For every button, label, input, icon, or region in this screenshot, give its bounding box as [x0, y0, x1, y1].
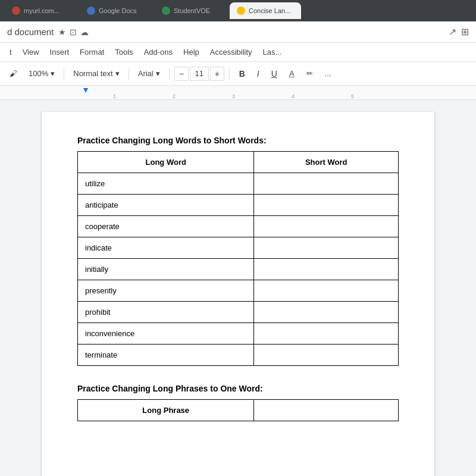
long-word-cell[interactable]: presently — [78, 280, 254, 302]
document-area: Practice Changing Long Words to Short Wo… — [0, 100, 476, 476]
tab-label-2: Google Docs — [99, 7, 137, 14]
table-row: anticipate — [78, 195, 399, 216]
long-word-cell[interactable]: inconvenience — [78, 323, 254, 345]
table-row: utilize — [78, 173, 399, 195]
long-to-short-table: Long Word Short Word utilize anticipate … — [77, 151, 399, 366]
long-word-cell[interactable]: indicate — [78, 237, 254, 259]
tab-favicon-2 — [87, 7, 95, 15]
tab-label-1: myurl.com... — [24, 7, 60, 14]
separator-1 — [64, 68, 64, 80]
underline-button[interactable]: U — [267, 65, 282, 82]
menu-item-view[interactable]: View — [18, 45, 44, 59]
menu-item-help[interactable]: Help — [178, 45, 204, 59]
text-color-label: A — [289, 69, 295, 78]
menu-item-addons[interactable]: Add-ons — [139, 45, 177, 59]
table2-header-row: Long Phrase — [78, 400, 399, 421]
zoom-selector[interactable]: 100% ▾ — [24, 65, 59, 82]
menu-item-format[interactable]: Format — [75, 45, 109, 59]
ruler-tick-2: 2 — [173, 93, 176, 99]
table-row: inconvenience — [78, 323, 399, 345]
table1-col2-header: Short Word — [254, 152, 399, 173]
long-word-cell[interactable]: prohibit — [78, 302, 254, 323]
zoom-label: 100% — [29, 69, 48, 78]
menu-item-last[interactable]: Las... — [258, 45, 287, 59]
font-dropdown-icon: ▾ — [156, 69, 160, 78]
star-icon[interactable]: ★ — [58, 27, 66, 37]
table2-col2-header — [254, 400, 399, 421]
underline-label: U — [271, 69, 277, 79]
font-selector[interactable]: Arial ▾ — [134, 65, 164, 82]
bold-button[interactable]: B — [234, 65, 250, 82]
separator-3 — [169, 68, 170, 80]
menu-item-insert[interactable]: Insert — [45, 45, 74, 59]
folder-icon[interactable]: ⊡ — [70, 27, 77, 37]
table-row: cooperate — [78, 216, 399, 237]
trend-icon[interactable]: ↗ — [449, 26, 456, 37]
browser-tab-1[interactable]: myurl.com... — [5, 2, 76, 19]
short-word-cell[interactable] — [254, 323, 399, 345]
menu-item-accessibility[interactable]: Accessibility — [205, 45, 257, 59]
text-color-button[interactable]: A — [284, 65, 299, 82]
long-word-cell[interactable]: anticipate — [78, 195, 254, 216]
browser-tab-2[interactable]: Google Docs — [80, 2, 151, 19]
ruler: 1 2 3 4 5 — [0, 86, 476, 100]
table1-heading: Practice Changing Long Words to Short Wo… — [77, 136, 399, 145]
short-word-cell[interactable] — [254, 216, 399, 237]
menu-item-tools[interactable]: Tools — [110, 45, 137, 59]
short-word-cell[interactable] — [254, 280, 399, 302]
long-word-cell[interactable]: utilize — [78, 173, 254, 195]
short-word-cell[interactable] — [254, 345, 399, 366]
font-size-increase-button[interactable]: + — [210, 67, 224, 81]
menu-bar: t View Insert Format Tools Add-ons Help … — [0, 43, 476, 62]
pen-button[interactable]: ✏ — [302, 65, 318, 82]
italic-label: I — [257, 69, 259, 79]
table-row: prohibit — [78, 302, 399, 323]
italic-button[interactable]: I — [252, 65, 264, 82]
ruler-marker[interactable] — [83, 88, 88, 93]
paint-format-button[interactable]: 🖌 — [5, 65, 22, 82]
ruler-tick-3: 3 — [232, 93, 235, 99]
browser-tab-3[interactable]: StudentVOE — [155, 2, 226, 19]
font-size-input[interactable] — [190, 67, 209, 81]
doc-icons: ★ ⊡ ☁ — [58, 27, 89, 37]
paint-icon: 🖌 — [10, 69, 17, 78]
long-word-cell[interactable]: initially — [78, 259, 254, 280]
cloud-icon[interactable]: ☁ — [80, 27, 89, 37]
long-word-cell[interactable]: cooperate — [78, 216, 254, 237]
more-options-button[interactable]: ... — [320, 65, 336, 82]
pen-icon: ✏ — [306, 69, 313, 78]
document-page[interactable]: Practice Changing Long Words to Short Wo… — [42, 112, 434, 476]
style-selector[interactable]: Normal text ▾ — [69, 65, 123, 82]
font-label: Arial — [138, 69, 154, 78]
ruler-tick-4: 4 — [292, 93, 295, 99]
separator-4 — [229, 68, 230, 80]
right-icons: ↗ ⊞ — [449, 26, 469, 37]
menu-item-file[interactable]: t — [5, 45, 17, 59]
tab-label-3: StudentVOE — [174, 7, 210, 14]
style-dropdown-icon: ▾ — [115, 69, 120, 78]
short-word-cell[interactable] — [254, 259, 399, 280]
tab-favicon-1 — [12, 7, 20, 15]
browser-tab-bar: myurl.com... Google Docs StudentVOE Conc… — [0, 0, 476, 21]
ruler-inner: 1 2 3 4 5 — [48, 86, 428, 99]
long-word-cell[interactable]: terminate — [78, 345, 254, 366]
ruler-tick-5: 5 — [351, 93, 354, 99]
short-word-cell[interactable] — [254, 195, 399, 216]
grid-icon[interactable]: ⊞ — [461, 26, 469, 37]
zoom-dropdown-icon: ▾ — [51, 69, 55, 78]
short-word-cell[interactable] — [254, 237, 399, 259]
browser-tab-4[interactable]: Concise Lan... — [230, 2, 301, 19]
short-word-cell[interactable] — [254, 302, 399, 323]
long-phrase-table: Long Phrase — [77, 399, 399, 421]
table1-header-row: Long Word Short Word — [78, 152, 399, 173]
table-row: initially — [78, 259, 399, 280]
table2-partial: Long Phrase — [77, 399, 399, 439]
table-row: presently — [78, 280, 399, 302]
font-size-decrease-button[interactable]: − — [174, 67, 189, 81]
table2-heading: Practice Changing Long Phrases to One Wo… — [77, 384, 399, 393]
table-row: indicate — [78, 237, 399, 259]
table1-col1-header: Long Word — [78, 152, 254, 173]
short-word-cell[interactable] — [254, 173, 399, 195]
tab-favicon-3 — [162, 7, 170, 15]
ruler-tick-1: 1 — [113, 93, 116, 99]
